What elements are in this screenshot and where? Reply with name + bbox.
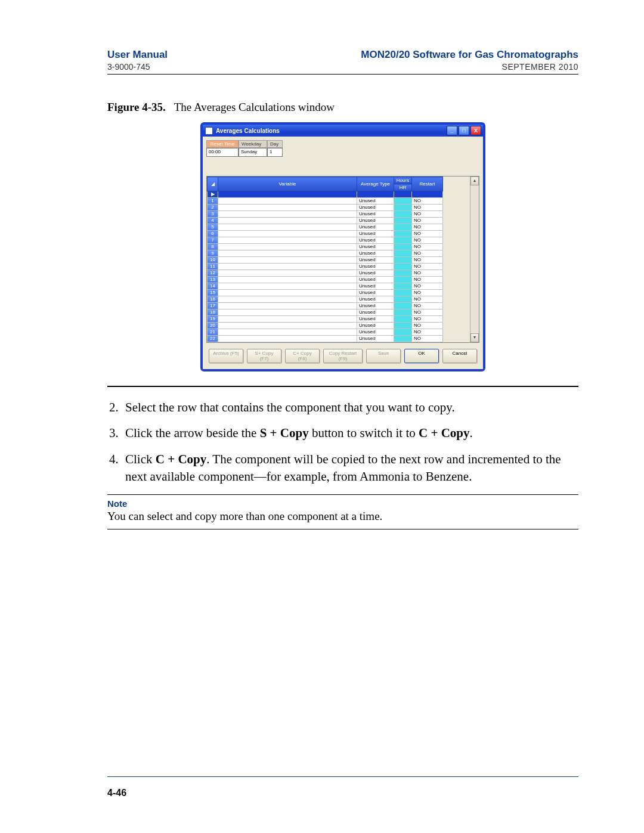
cell-variable[interactable] — [218, 244, 357, 250]
cell-avg-type[interactable]: Unused — [357, 264, 394, 270]
cell-avg-type[interactable] — [357, 191, 394, 198]
cell-hours[interactable] — [394, 191, 412, 198]
cell-restart[interactable]: NO — [412, 244, 443, 250]
cell-hours[interactable] — [394, 257, 412, 264]
cell-variable[interactable] — [218, 250, 357, 257]
grid-row-number[interactable]: 17 — [208, 303, 218, 309]
grid-row-number[interactable]: 9 — [208, 250, 218, 257]
cell-hours[interactable] — [394, 264, 412, 270]
cell-restart[interactable]: NO — [412, 316, 443, 323]
cell-restart[interactable]: NO — [412, 205, 443, 211]
cell-hours[interactable] — [394, 198, 412, 205]
cell-restart[interactable]: NO — [412, 250, 443, 257]
cell-variable[interactable] — [218, 316, 357, 323]
cell-hours[interactable] — [394, 211, 412, 218]
grid-row-number[interactable]: 13 — [208, 277, 218, 283]
cell-avg-type[interactable]: Unused — [357, 270, 394, 277]
col-restart[interactable]: Restart — [412, 177, 443, 191]
grid-row-number[interactable]: 1 — [208, 198, 218, 205]
cell-restart[interactable]: NO — [412, 283, 443, 290]
cell-variable[interactable] — [218, 329, 357, 336]
cell-variable[interactable] — [218, 237, 357, 244]
cell-avg-type[interactable]: Unused — [357, 329, 394, 336]
cell-variable[interactable] — [218, 224, 357, 231]
cell-restart[interactable]: NO — [412, 264, 443, 270]
grid-row-number[interactable]: 11 — [208, 264, 218, 270]
cell-restart[interactable]: NO — [412, 218, 443, 224]
cell-restart[interactable] — [412, 191, 443, 198]
cell-restart[interactable]: NO — [412, 336, 443, 342]
close-button[interactable]: X — [470, 126, 481, 135]
cell-avg-type[interactable]: Unused — [357, 316, 394, 323]
cell-variable[interactable] — [218, 198, 357, 205]
cell-variable[interactable] — [218, 296, 357, 303]
cell-restart[interactable]: NO — [412, 309, 443, 316]
cell-restart[interactable]: NO — [412, 277, 443, 283]
reset-time-input[interactable]: 00:00 — [206, 148, 239, 157]
cell-avg-type[interactable]: Unused — [357, 250, 394, 257]
cell-restart[interactable]: NO — [412, 237, 443, 244]
cell-restart[interactable]: NO — [412, 323, 443, 329]
cell-hours[interactable] — [394, 316, 412, 323]
cell-restart[interactable]: NO — [412, 198, 443, 205]
cell-hours[interactable] — [394, 303, 412, 309]
grid-corner[interactable]: ◢ — [208, 177, 218, 191]
grid-row-number[interactable]: 5 — [208, 224, 218, 231]
cancel-button[interactable]: Cancel — [442, 349, 477, 363]
archive-button[interactable]: Archive (F5) — [209, 349, 243, 363]
cell-hours[interactable] — [394, 237, 412, 244]
cell-restart[interactable]: NO — [412, 211, 443, 218]
cell-variable[interactable] — [218, 309, 357, 316]
cell-avg-type[interactable]: Unused — [357, 211, 394, 218]
grid-row-selector[interactable]: ▶ — [208, 191, 218, 198]
cell-avg-type[interactable]: Unused — [357, 303, 394, 309]
averages-grid[interactable]: ◢ Variable Average Type Hours Restart HR — [206, 176, 479, 343]
cell-hours[interactable] — [394, 218, 412, 224]
window-titlebar[interactable]: Averages Calculations _ □ X — [203, 125, 483, 137]
cell-hours[interactable] — [394, 205, 412, 211]
cell-variable[interactable] — [218, 303, 357, 309]
copy-restart-button[interactable]: Copy Restart (F9) — [323, 349, 363, 363]
cell-variable[interactable] — [218, 270, 357, 277]
cell-avg-type[interactable]: Unused — [357, 231, 394, 237]
grid-row-number[interactable]: 22 — [208, 336, 218, 342]
cell-hours[interactable] — [394, 231, 412, 237]
cell-restart[interactable]: NO — [412, 303, 443, 309]
grid-row-number[interactable]: 12 — [208, 270, 218, 277]
cell-variable[interactable] — [218, 257, 357, 264]
cell-variable[interactable] — [218, 211, 357, 218]
grid-row-number[interactable]: 6 — [208, 231, 218, 237]
cell-avg-type[interactable]: Unused — [357, 309, 394, 316]
cell-avg-type[interactable]: Unused — [357, 237, 394, 244]
grid-row-number[interactable]: 16 — [208, 296, 218, 303]
c-copy-button[interactable]: C+ Copy (F8) — [285, 349, 320, 363]
cell-hours[interactable] — [394, 270, 412, 277]
cell-avg-type[interactable]: Unused — [357, 336, 394, 342]
cell-variable[interactable] — [218, 283, 357, 290]
cell-restart[interactable]: NO — [412, 257, 443, 264]
cell-variable[interactable] — [218, 191, 357, 198]
cell-restart[interactable]: NO — [412, 329, 443, 336]
grid-row-number[interactable]: 10 — [208, 257, 218, 264]
minimize-button[interactable]: _ — [447, 126, 457, 135]
cell-hours[interactable] — [394, 323, 412, 329]
grid-row-number[interactable]: 19 — [208, 316, 218, 323]
grid-row-number[interactable]: 14 — [208, 283, 218, 290]
day-input[interactable]: 1 — [267, 148, 283, 157]
cell-avg-type[interactable]: Unused — [357, 257, 394, 264]
cell-variable[interactable] — [218, 277, 357, 283]
cell-avg-type[interactable]: Unused — [357, 218, 394, 224]
cell-variable[interactable] — [218, 205, 357, 211]
save-button[interactable]: Save — [366, 349, 401, 363]
cell-variable[interactable] — [218, 264, 357, 270]
cell-hours[interactable] — [394, 296, 412, 303]
cell-hours[interactable] — [394, 329, 412, 336]
grid-row-number[interactable]: 2 — [208, 205, 218, 211]
grid-scrollbar[interactable]: ▲ ▼ — [470, 176, 479, 342]
cell-avg-type[interactable]: Unused — [357, 198, 394, 205]
cell-restart[interactable]: NO — [412, 224, 443, 231]
grid-row-number[interactable]: 3 — [208, 211, 218, 218]
s-copy-button[interactable]: S+ Copy (F7) — [247, 349, 281, 363]
weekday-input[interactable]: Sunday — [239, 148, 267, 157]
grid-row-number[interactable]: 21 — [208, 329, 218, 336]
